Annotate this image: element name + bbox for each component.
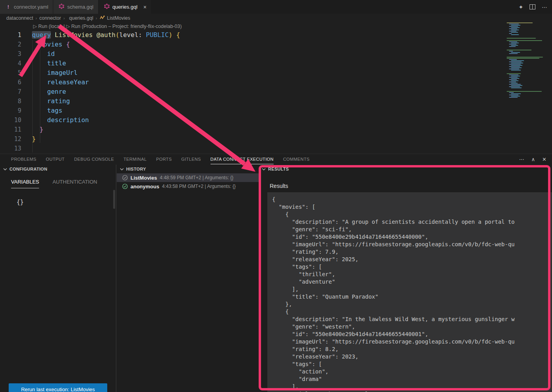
minimap-line — [509, 66, 520, 67]
history-entry-name: anonymous — [131, 184, 159, 189]
scrollbar-thumb[interactable] — [113, 190, 115, 209]
minimap-line — [511, 52, 520, 53]
code-token: title — [47, 59, 66, 67]
minimap-line — [511, 93, 521, 94]
tab-queries-gql[interactable]: queries.gql× — [99, 0, 152, 14]
minimap-line — [507, 57, 543, 58]
minimap-line — [509, 97, 518, 98]
code-token — [32, 97, 47, 105]
configuration-header[interactable]: CONFIGURATION — [0, 165, 116, 173]
history-header[interactable]: HISTORY — [117, 165, 259, 173]
code-token — [32, 107, 47, 114]
minimap-line — [509, 24, 519, 24]
panel-tab-data-connect-execution[interactable]: DATA CONNECT EXECUTION — [211, 154, 274, 164]
minimap-line — [506, 37, 552, 37]
minimap-line — [511, 65, 522, 66]
line-number: 6 — [0, 78, 21, 87]
line-content: releaseYear — [32, 78, 89, 87]
code-token — [32, 59, 47, 67]
panel-close-icon[interactable]: ✕ — [542, 156, 546, 162]
code-token: PUBLIC — [146, 31, 169, 39]
line-number: 9 — [0, 106, 21, 115]
results-json-viewer[interactable]: { "movies": [ { "description": "A group … — [267, 192, 552, 392]
tab-connector-yaml[interactable]: !connector.yaml — [0, 0, 53, 14]
minimap-line — [511, 43, 519, 43]
code-line-1: 1query ListMovies @auth(level: PUBLIC) { — [0, 30, 506, 40]
line-number: 1 — [0, 30, 21, 40]
more-actions-icon[interactable]: ⋯ — [542, 4, 547, 10]
breadcrumb-item-ListMovies[interactable]: ListMovies — [99, 15, 130, 22]
line-number: 12 — [0, 134, 21, 144]
rerun-last-execution-button[interactable]: Rerun last execution: ListMovies — [9, 383, 107, 392]
minimap-line — [509, 59, 517, 60]
panel-tab-output[interactable]: OUTPUT — [46, 154, 65, 164]
line-content: tags — [32, 106, 62, 115]
code-line-13: 13 — [0, 144, 506, 153]
minimap-line — [509, 44, 517, 45]
tab-label: queries.gql — [112, 4, 138, 10]
close-icon[interactable]: × — [144, 4, 147, 10]
history-entry-anonymous[interactable]: anonymous4:43:58 PM GMT+2 | Arguments: {… — [117, 182, 259, 191]
line-number: 8 — [0, 97, 21, 106]
results-header[interactable]: RESULTS — [259, 165, 552, 173]
breadcrumb-item-dataconnect[interactable]: dataconnect — [6, 15, 33, 21]
history-entry-ListMovies[interactable]: ListMovies4:48:59 PM GMT+2 | Arguments: … — [117, 173, 259, 182]
minimap-line — [509, 31, 517, 32]
minimap-line — [509, 61, 522, 62]
code-token — [32, 116, 47, 124]
tab-schema-gql[interactable]: schema.gql — [53, 0, 98, 14]
minimap-line — [507, 58, 539, 59]
code-token: genre — [47, 88, 66, 95]
config-tab-authentication[interactable]: AUTHENTICATION — [52, 179, 97, 188]
minimap-line — [509, 77, 518, 78]
minimap-line — [507, 73, 521, 74]
breadcrumb-label: ListMovies — [107, 15, 130, 21]
code-token: tags — [47, 107, 63, 114]
minimap-line — [509, 82, 516, 82]
minimap-line — [509, 46, 516, 47]
panel-tab-gitlens[interactable]: GITLENS — [181, 154, 201, 164]
sparkle-icon[interactable]: ✦ — [518, 4, 523, 10]
line-content: genre — [32, 87, 66, 97]
minimap-line — [511, 96, 520, 97]
symbol-query-icon — [99, 15, 105, 22]
breadcrumb-separator: › — [96, 16, 97, 20]
breadcrumb-item-queries-gql[interactable]: queries.gql — [67, 15, 93, 21]
line-number: 2 — [0, 40, 21, 49]
panel-maximize-icon[interactable]: ∧ — [531, 156, 535, 162]
panel-tab-debug-console[interactable]: DEBUG CONSOLE — [74, 154, 114, 164]
results-json-text: { "movies": [ { "description": "A group … — [267, 192, 552, 392]
minimap-line — [509, 51, 513, 52]
breadcrumb-item-connector[interactable]: connector — [39, 15, 61, 21]
breadcrumb-separator: › — [35, 16, 37, 20]
code-token — [32, 126, 39, 133]
config-tab-variables[interactable]: VARIABLES — [11, 179, 39, 188]
line-content: movies { — [32, 40, 70, 49]
line-number: 5 — [0, 68, 21, 78]
minimap[interactable] — [506, 22, 552, 101]
run-local-link[interactable]: ▷ Run (local) — [33, 24, 62, 29]
code-token: ) { — [169, 31, 180, 39]
code-token: ( — [116, 31, 119, 39]
minimap-line — [511, 80, 518, 81]
code-editor[interactable]: ▷ Run (local) | ▷ Run (Production – Proj… — [0, 22, 552, 154]
panel-tab-terminal[interactable]: TERMINAL — [123, 154, 147, 164]
panel-tab-ports[interactable]: PORTS — [156, 154, 172, 164]
code-token — [51, 31, 55, 39]
graphql-icon — [59, 4, 64, 10]
run-production-link[interactable]: ▷ Run (Production – Project: friendly-fl… — [66, 24, 182, 29]
minimap-line — [507, 22, 533, 23]
code-line-6: 6 releaseYear — [0, 78, 506, 87]
panel-tab-problems[interactable]: PROBLEMS — [11, 154, 36, 164]
minimap-line — [509, 41, 517, 42]
split-editor-icon[interactable] — [530, 4, 535, 9]
minimap-line — [506, 35, 552, 36]
graphql-icon — [104, 4, 110, 10]
panel-more-icon[interactable]: ⋯ — [519, 156, 524, 162]
variables-json-value[interactable]: {} — [17, 199, 116, 206]
line-content: rating — [32, 97, 70, 106]
panel-tab-comments[interactable]: COMMENTS — [283, 154, 310, 164]
minimap-line — [507, 38, 536, 39]
code-token: rating — [47, 97, 70, 105]
minimap-line — [506, 90, 552, 91]
